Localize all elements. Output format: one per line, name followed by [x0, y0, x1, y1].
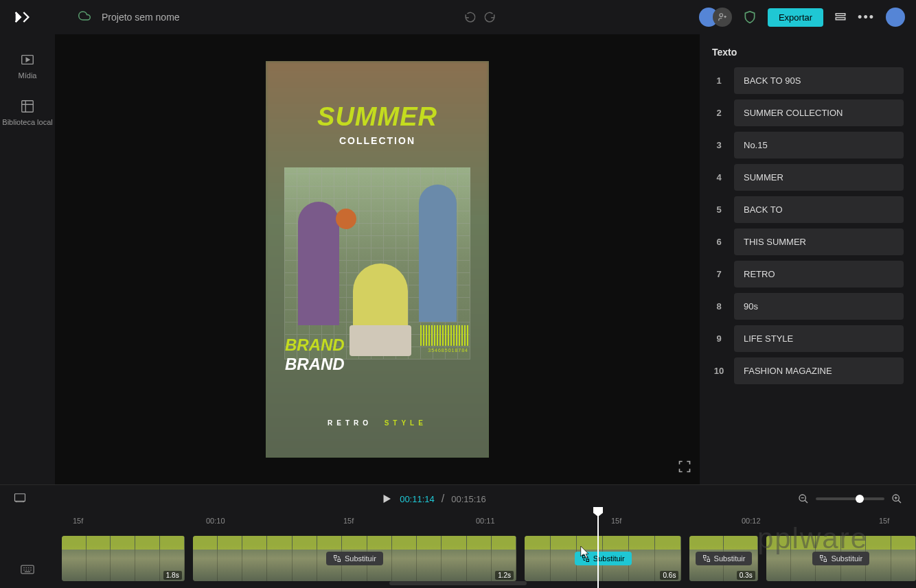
text-item-label[interactable]: BACK TO — [734, 196, 904, 223]
clip-duration: 1.8s — [163, 571, 182, 580]
svg-rect-4 — [22, 101, 34, 113]
user-avatar[interactable] — [886, 8, 905, 27]
sidebar-media-label: Mídia — [19, 71, 37, 80]
preview-brand2: BRAND — [285, 355, 345, 374]
project-name[interactable]: Projeto sem nome — [102, 12, 180, 23]
undo-icon[interactable] — [464, 11, 477, 23]
text-item-label[interactable]: LIFE STYLE — [734, 325, 904, 352]
preview-canvas[interactable]: SUMMER COLLECTION 354685018784 BRAND BRA… — [266, 61, 489, 458]
text-item-number: 9 — [712, 333, 726, 344]
substitute-button[interactable]: Substituir — [812, 552, 869, 565]
text-item[interactable]: 7RETRO — [712, 261, 904, 287]
playhead[interactable] — [597, 513, 599, 588]
svg-rect-5 — [15, 494, 25, 502]
text-item[interactable]: 3No.15 — [712, 132, 904, 158]
ruler-mark: 15f — [879, 517, 889, 525]
timeline-clip[interactable]: 1.2sSubstituir — [193, 536, 516, 581]
text-item-number: 7 — [712, 269, 726, 279]
zoom-out-icon[interactable] — [798, 493, 809, 504]
text-panel: Texto 1BACK TO 90S2SUMMER COLLECTION3No.… — [700, 34, 916, 484]
ruler-mark: 15f — [343, 517, 354, 525]
layers-icon[interactable] — [834, 11, 847, 23]
cloud-sync-icon[interactable] — [78, 10, 91, 25]
text-item[interactable]: 9LIFE STYLE — [712, 325, 904, 352]
keyboard-icon[interactable] — [21, 565, 34, 577]
text-item[interactable]: 6THIS SUMMER — [712, 228, 904, 255]
text-item-number: 3 — [712, 140, 726, 150]
app-logo[interactable] — [11, 6, 33, 28]
svg-rect-13 — [707, 559, 710, 562]
text-item-number: 4 — [712, 172, 726, 183]
text-item-label[interactable]: RETRO — [734, 261, 904, 287]
shield-icon[interactable] — [743, 10, 757, 24]
timeline-scrollbar[interactable] — [389, 581, 527, 585]
svg-point-0 — [720, 14, 723, 17]
preview-area: SUMMER COLLECTION 354685018784 BRAND BRA… — [55, 34, 700, 484]
redo-icon[interactable] — [483, 11, 496, 23]
fullscreen-icon[interactable] — [678, 460, 691, 476]
svg-rect-11 — [586, 559, 589, 562]
text-item-label[interactable]: BACK TO 90S — [734, 67, 904, 94]
text-item-number: 8 — [712, 301, 726, 311]
ruler-mark: 15f — [611, 517, 621, 525]
svg-rect-15 — [824, 559, 827, 562]
text-item-label[interactable]: No.15 — [734, 132, 904, 158]
text-item[interactable]: 10FASHION MAGAZINE — [712, 357, 904, 384]
clip-duration: 1.2s — [495, 571, 514, 580]
sidebar-media[interactable]: Mídia — [19, 52, 37, 80]
text-item[interactable]: 5BACK TO — [712, 196, 904, 223]
text-item-label[interactable]: THIS SUMMER — [734, 228, 904, 255]
current-time: 00:11:14 — [400, 494, 435, 504]
timeline-clip[interactable]: 0.6sSubstituir — [525, 536, 681, 581]
text-item-number: 6 — [712, 237, 726, 247]
preview-brand1: BRAND — [285, 336, 345, 355]
timeline-view-icon[interactable] — [14, 493, 26, 502]
more-menu-icon[interactable]: ••• — [858, 10, 875, 25]
text-item[interactable]: 1BACK TO 90S — [712, 67, 904, 94]
substitute-button[interactable]: Substituir — [575, 552, 632, 565]
zoom-slider[interactable] — [816, 497, 884, 500]
svg-rect-12 — [703, 556, 706, 558]
export-button[interactable]: Exportar — [768, 8, 823, 27]
svg-rect-16 — [21, 565, 34, 574]
svg-rect-9 — [338, 559, 341, 562]
text-item-number: 2 — [712, 108, 726, 118]
timeline-clip[interactable]: 1.8s — [62, 536, 185, 581]
text-item-number: 5 — [712, 204, 726, 215]
clip-duration: 0.3s — [737, 571, 755, 580]
sidebar-library[interactable]: Biblioteca local — [2, 99, 52, 126]
ruler-mark: 00:10 — [206, 517, 225, 525]
left-sidebar: Mídia Biblioteca local — [0, 34, 55, 484]
text-item[interactable]: 2SUMMER COLLECTION — [712, 99, 904, 126]
svg-rect-2 — [836, 18, 845, 20]
app-header: Projeto sem nome Exportar ••• — [0, 0, 916, 34]
clip-duration: 0.6s — [660, 571, 678, 580]
text-item-label[interactable]: SUMMER — [734, 164, 904, 191]
total-time: 00:15:16 — [451, 494, 486, 504]
svg-rect-1 — [836, 14, 845, 16]
preview-barcode — [420, 325, 468, 346]
timeline-clip[interactable]: 0.3sSubstituir — [689, 536, 757, 581]
svg-rect-8 — [334, 556, 336, 558]
play-button[interactable] — [380, 493, 393, 505]
sidebar-library-label: Biblioteca local — [2, 118, 52, 126]
add-collaborator-icon[interactable] — [713, 8, 732, 27]
text-item[interactable]: 890s — [712, 293, 904, 320]
timeline-area: 00:11:14 / 00:15:16 15f00:1015f00:1115f0… — [0, 484, 916, 588]
text-item-number: 1 — [712, 75, 726, 86]
preview-retro-style: RETRO STYLE — [266, 419, 489, 427]
ruler-mark: 00:11 — [476, 517, 495, 525]
ruler-mark: 15f — [73, 517, 83, 525]
zoom-in-icon[interactable] — [891, 493, 902, 504]
panel-title: Texto — [712, 47, 904, 58]
preview-subtitle: COLLECTION — [266, 135, 489, 146]
substitute-button[interactable]: Substituir — [326, 552, 383, 565]
substitute-button[interactable]: Substituir — [696, 552, 753, 565]
text-item[interactable]: 4SUMMER — [712, 164, 904, 191]
text-item-label[interactable]: FASHION MAGAZINE — [734, 357, 904, 384]
text-item-label[interactable]: 90s — [734, 293, 904, 320]
text-item-number: 10 — [712, 366, 726, 376]
text-item-label[interactable]: SUMMER COLLECTION — [734, 99, 904, 126]
svg-rect-10 — [582, 556, 585, 558]
svg-rect-14 — [821, 556, 823, 558]
